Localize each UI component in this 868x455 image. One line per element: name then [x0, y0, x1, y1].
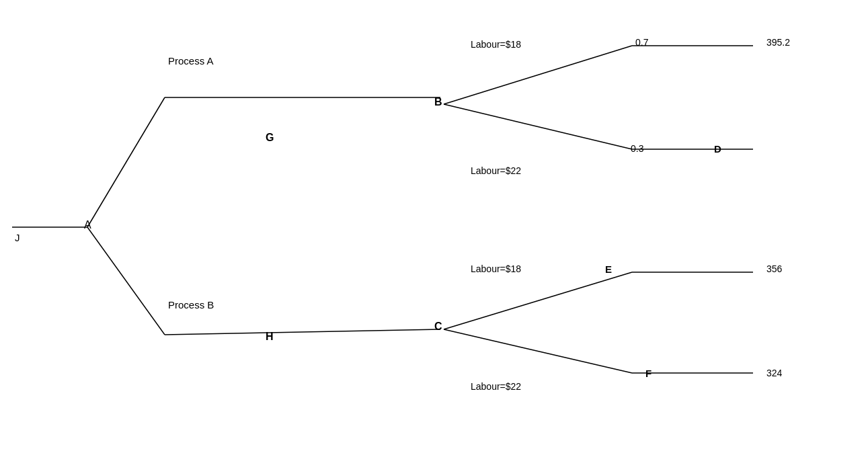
c-upper-labour: Labour=$18	[471, 263, 521, 274]
node-a-label: A	[84, 219, 91, 231]
node-g-label: G	[266, 132, 274, 144]
node-b-label: B	[434, 96, 442, 108]
process-a-label: Process A	[168, 55, 214, 67]
c-lower-value: 324	[766, 368, 782, 378]
b-lower-prob: 0.3	[631, 143, 643, 154]
node-j-label: J	[15, 232, 20, 243]
b-upper-value: 395.2	[766, 37, 790, 48]
b-upper-prob: 0.7	[635, 37, 648, 48]
c-upper-node: E	[605, 263, 612, 275]
b-lower-node: D	[714, 143, 721, 155]
c-lower-node: F	[645, 368, 652, 379]
c-upper-value: 356	[766, 263, 782, 274]
node-c-label: C	[434, 321, 442, 333]
b-lower-labour: Labour=$22	[471, 165, 521, 176]
node-h-label: H	[266, 331, 274, 343]
process-b-label: Process B	[168, 299, 214, 311]
c-lower-labour: Labour=$22	[471, 381, 521, 392]
b-upper-labour: Labour=$18	[471, 39, 521, 50]
